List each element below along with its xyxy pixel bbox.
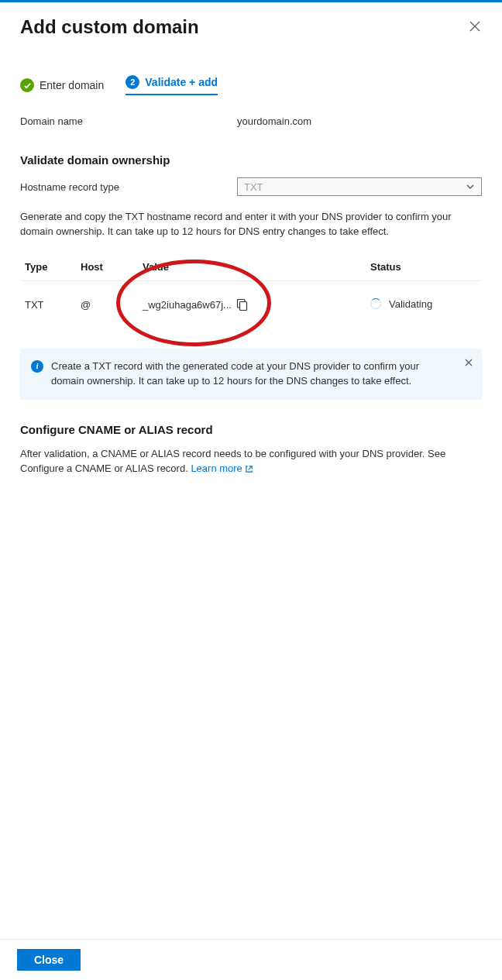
step-enter-domain[interactable]: Enter domain (20, 78, 104, 92)
validate-ownership-title: Validate domain ownership (20, 153, 482, 167)
cell-value: _wg2iuhaga6w67j... (143, 299, 232, 311)
ownership-help-text: Generate and copy the TXT hostname recor… (20, 210, 482, 239)
domain-name-value: yourdomain.com (237, 115, 311, 127)
col-type: Type (20, 253, 76, 281)
svg-rect-2 (239, 301, 246, 310)
check-icon (20, 78, 34, 92)
info-close-icon[interactable] (465, 356, 474, 366)
hostname-record-type-label: Hostname record type (20, 181, 237, 193)
step-number-icon: 2 (126, 75, 139, 89)
col-host: Host (76, 253, 138, 281)
learn-more-label: Learn more (191, 462, 242, 476)
table-header-row: Type Host Value Status (20, 253, 482, 281)
wizard-steps: Enter domain 2 Validate + add (0, 38, 502, 95)
dns-records-table: Type Host Value Status TXT @ _wg2iuhaga6… (20, 253, 482, 329)
col-status: Status (366, 253, 482, 281)
copy-icon[interactable] (236, 298, 248, 311)
info-text: Create a TXT record with the generated c… (51, 359, 454, 389)
select-value: TXT (244, 181, 263, 193)
external-link-icon (245, 465, 253, 473)
panel-title: Add custom domain (20, 16, 199, 38)
close-button[interactable]: Close (17, 949, 81, 971)
step-label: Validate + add (145, 76, 218, 88)
step-validate-add[interactable]: 2 Validate + add (126, 75, 218, 95)
hostname-record-type-select[interactable]: TXT (237, 177, 482, 196)
cell-status: Validating (389, 298, 432, 310)
cell-type: TXT (20, 280, 76, 328)
svg-line-5 (248, 466, 252, 469)
info-callout: i Create a TXT record with the generated… (20, 349, 482, 400)
domain-name-label: Domain name (20, 115, 237, 127)
cell-host: @ (76, 280, 138, 328)
col-value: Value (138, 253, 366, 281)
chevron-down-icon (466, 182, 475, 191)
configure-cname-title: Configure CNAME or ALIAS record (20, 423, 482, 436)
learn-more-link[interactable]: Learn more (191, 462, 253, 476)
footer: Close (0, 939, 502, 980)
configure-cname-text: After validation, a CNAME or ALIAS recor… (20, 447, 482, 476)
close-icon[interactable] (469, 21, 482, 33)
step-label: Enter domain (40, 79, 104, 91)
table-row: TXT @ _wg2iuhaga6w67j... Validating (20, 280, 482, 328)
info-icon: i (31, 360, 43, 373)
spinner-icon (370, 298, 381, 309)
